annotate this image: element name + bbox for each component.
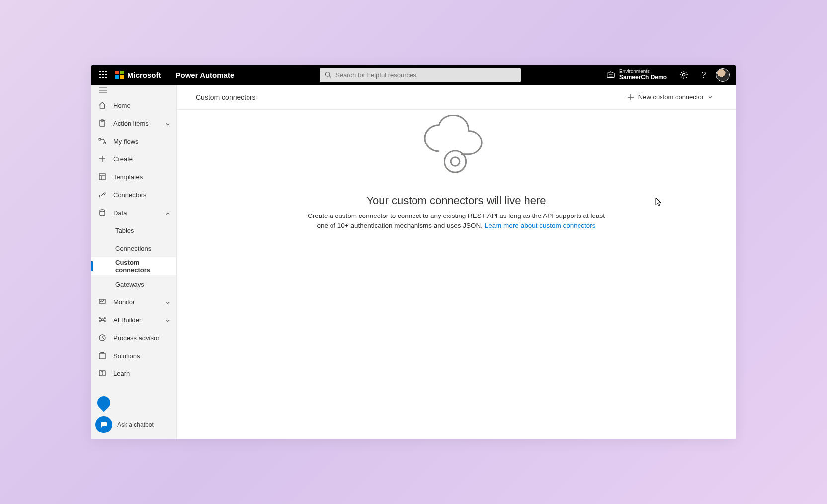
monitor-icon <box>98 298 106 306</box>
sidebar-toggle[interactable] <box>91 84 176 96</box>
sidebar-item-label: Data <box>113 209 127 216</box>
ai-icon <box>98 316 106 324</box>
brand-text: Microsoft <box>127 71 161 79</box>
svg-rect-11 <box>607 73 614 77</box>
svg-point-28 <box>100 210 105 212</box>
sidebar-item-label: Learn <box>113 370 130 377</box>
chatbot-icon <box>95 416 112 433</box>
chevron-down-icon <box>165 121 170 126</box>
sidebar-item-label: Connectors <box>113 191 146 199</box>
search-box[interactable] <box>320 68 521 82</box>
svg-point-21 <box>99 138 101 140</box>
app-window: Microsoft Power Automate Environments Sa… <box>91 65 736 439</box>
sidebar-item-process-advisor[interactable]: Process advisor <box>91 329 176 347</box>
sidebar-item-solutions[interactable]: Solutions <box>91 347 176 364</box>
svg-rect-4 <box>102 74 104 75</box>
sidebar-item-monitor[interactable]: Monitor <box>91 293 176 311</box>
help-icon <box>699 71 708 79</box>
app-name[interactable]: Power Automate <box>170 71 235 79</box>
clipboard-icon <box>98 119 106 127</box>
svg-rect-29 <box>99 299 105 303</box>
chevron-down-icon <box>708 95 713 100</box>
sidebar-item-connectors[interactable]: Connectors <box>91 186 176 204</box>
plus-icon <box>627 94 634 101</box>
svg-rect-25 <box>99 174 105 180</box>
sidebar-item-label: Tables <box>115 227 134 234</box>
topbar: Microsoft Power Automate Environments Sa… <box>91 65 736 85</box>
sidebar-item-create[interactable]: Create <box>91 150 176 168</box>
svg-rect-5 <box>105 74 107 75</box>
new-custom-connector-button[interactable]: New custom connector <box>623 90 717 104</box>
search-input[interactable] <box>335 72 516 79</box>
svg-line-10 <box>329 76 331 78</box>
settings-button[interactable] <box>674 65 694 85</box>
sidebar-item-home[interactable]: Home <box>91 96 176 114</box>
connector-icon <box>98 191 106 199</box>
sidebar-item-my-flows[interactable]: My flows <box>91 132 176 150</box>
sidebar-item-label: AI Builder <box>113 316 141 324</box>
search-icon <box>325 72 331 78</box>
svg-rect-1 <box>102 71 104 72</box>
plus-icon <box>98 155 106 163</box>
sidebar-item-custom-connectors[interactable]: Custom connectors <box>91 257 176 275</box>
sidebar-item-label: Custom connectors <box>115 259 170 274</box>
sidebar-item-learn[interactable]: Learn <box>91 364 176 382</box>
empty-heading: Your custom connectors will live here <box>366 194 546 207</box>
process-icon <box>98 334 106 342</box>
help-button[interactable] <box>694 65 714 85</box>
svg-rect-3 <box>99 74 101 75</box>
sidebar-item-label: Solutions <box>113 352 140 360</box>
app-launcher-button[interactable] <box>91 65 115 85</box>
svg-rect-36 <box>99 353 105 359</box>
svg-rect-6 <box>99 77 101 78</box>
learn-more-link[interactable]: Learn more about custom connectors <box>485 222 596 229</box>
svg-rect-7 <box>102 77 104 78</box>
sidebar-item-label: Gateways <box>115 281 144 288</box>
chevron-down-icon <box>165 299 170 304</box>
svg-point-14 <box>682 73 685 76</box>
sidebar-item-label: Home <box>113 102 131 109</box>
sidebar-item-gateways[interactable]: Gateways <box>91 275 176 293</box>
svg-rect-37 <box>101 422 107 426</box>
template-icon <box>98 173 106 181</box>
sidebar-item-label: Templates <box>113 173 143 181</box>
empty-state: Your custom connectors will live here Cr… <box>177 110 736 439</box>
database-icon <box>98 209 106 216</box>
gear-icon <box>679 71 688 79</box>
environment-value: SameerCh Demo <box>619 74 667 81</box>
svg-point-9 <box>325 72 330 76</box>
svg-point-41 <box>451 157 460 166</box>
sidebar-item-action-items[interactable]: Action items <box>91 114 176 132</box>
cloud-connector-icon <box>417 115 496 180</box>
sidebar-item-data[interactable]: Data <box>91 204 176 221</box>
svg-point-15 <box>703 77 704 78</box>
sidebar-item-templates[interactable]: Templates <box>91 168 176 186</box>
sidebar-item-label: Connections <box>115 245 151 252</box>
sidebar-item-tables[interactable]: Tables <box>91 221 176 239</box>
new-button-label: New custom connector <box>638 93 704 101</box>
sidebar-item-label: Process advisor <box>113 334 159 342</box>
sidebar-item-label: My flows <box>113 138 139 145</box>
sidebar-item-label: Monitor <box>113 298 135 306</box>
sidebar: Home Action items My flows Create <box>91 85 177 439</box>
ask-chatbot-button[interactable]: Ask a chatbot <box>95 416 154 433</box>
user-avatar[interactable] <box>716 68 730 82</box>
chevron-down-icon <box>165 317 170 322</box>
sidebar-item-connections[interactable]: Connections <box>91 239 176 257</box>
microsoft-squares-icon <box>115 71 124 79</box>
command-bar: Custom connectors New custom connector <box>177 85 736 110</box>
svg-rect-8 <box>105 77 107 78</box>
home-icon <box>98 101 106 109</box>
svg-point-40 <box>444 151 466 172</box>
sidebar-item-label: Action items <box>113 120 149 127</box>
microsoft-logo: Microsoft <box>115 71 170 79</box>
chevron-up-icon <box>165 210 170 215</box>
sidebar-item-ai-builder[interactable]: AI Builder <box>91 311 176 329</box>
sidebar-item-label: Create <box>113 155 133 163</box>
environment-picker[interactable]: Environments SameerCh Demo <box>606 69 667 80</box>
flow-icon <box>98 137 106 145</box>
solutions-icon <box>98 352 106 360</box>
environment-icon <box>606 71 615 79</box>
page-title: Custom connectors <box>196 93 256 101</box>
svg-rect-2 <box>105 71 107 72</box>
